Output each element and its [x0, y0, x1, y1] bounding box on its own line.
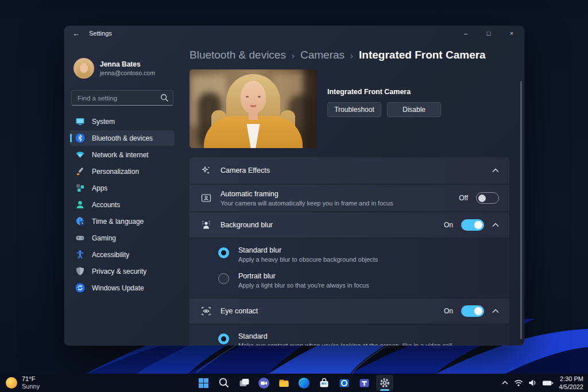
sun-icon	[6, 377, 17, 389]
windows-logo-icon	[198, 378, 209, 389]
store-button[interactable]	[316, 375, 333, 391]
search-button[interactable]	[215, 375, 233, 391]
sidebar-item-apps[interactable]: Apps	[70, 180, 175, 196]
sidebar-item-label: Gaming	[92, 234, 116, 242]
sidebar-item-label: Windows Update	[92, 284, 144, 292]
sidebar-item-network-internet[interactable]: Network & internet	[70, 147, 175, 162]
sidebar-item-system[interactable]: System	[70, 114, 175, 129]
minimize-button[interactable]: –	[454, 26, 477, 41]
troubleshoot-button[interactable]: Troubleshoot	[327, 102, 381, 117]
eye-contact-icon	[200, 306, 212, 316]
volume-icon[interactable]	[528, 379, 537, 387]
sidebar-item-accessibility[interactable]: Accessibility	[70, 247, 175, 262]
wifi-icon[interactable]	[514, 379, 523, 387]
breadcrumb-separator: ›	[345, 51, 359, 60]
background-blur-row[interactable]: Background blur On	[189, 212, 509, 238]
breadcrumb-bluetooth-devices[interactable]: Bluetooth & devices	[189, 49, 286, 61]
sidebar-item-label: Privacy & security	[92, 267, 146, 275]
device-name: Integrated Front Camera	[327, 88, 441, 96]
eye-contact-standard-radio[interactable]	[218, 333, 229, 344]
sidebar-item-windows-update[interactable]: Windows Update	[70, 280, 175, 296]
scrollbar[interactable]	[520, 81, 522, 339]
eye-contact-standard-title: Standard	[238, 332, 452, 340]
sidebar-item-label: Bluetooth & devices	[92, 134, 153, 142]
background-blur-state: On	[444, 221, 453, 229]
sidebar-item-label: Apps	[92, 184, 107, 192]
outlook-button[interactable]	[336, 375, 353, 391]
taskbar: 71°F Sunny	[0, 374, 588, 392]
task-view-button[interactable]	[235, 375, 253, 391]
standard-blur-option[interactable]: Standard blur Apply a heavy blur to obsc…	[189, 242, 509, 267]
bluetooth-icon	[75, 133, 85, 143]
personalization-icon	[75, 166, 85, 177]
sidebar-item-label: Time & language	[92, 218, 144, 226]
chat-button[interactable]	[256, 375, 273, 391]
eye-contact-row[interactable]: Eye contact On	[189, 298, 509, 324]
sidebar-item-accounts[interactable]: Accounts	[70, 197, 175, 212]
background-blur-title: Background blur	[220, 221, 273, 229]
accounts-icon	[75, 200, 85, 210]
sidebar: Jenna Bates jenna@contoso.com System	[64, 41, 179, 346]
eye-contact-state: On	[444, 307, 453, 315]
sidebar-item-privacy-security[interactable]: Privacy & security	[70, 263, 175, 279]
standard-blur-description: Apply a heavy blur to obscure background…	[238, 256, 378, 263]
settings-button[interactable]	[376, 375, 393, 391]
user-profile[interactable]: Jenna Bates jenna@contoso.com	[70, 45, 175, 89]
camera-effects-header[interactable]: Camera Effects	[189, 157, 509, 184]
portrait-blur-title: Portrait blur	[238, 272, 369, 280]
eye-contact-toggle[interactable]	[461, 305, 484, 317]
gear-icon	[378, 377, 391, 389]
close-button[interactable]: ×	[500, 26, 523, 41]
file-explorer-button[interactable]	[276, 375, 293, 391]
search-input[interactable]	[71, 90, 173, 106]
battery-icon[interactable]	[542, 379, 554, 387]
clock-time: 2:30 PM	[559, 375, 583, 383]
background-blur-toggle[interactable]	[461, 219, 484, 231]
weather-condition: Sunny	[22, 383, 40, 390]
automatic-framing-state: Off	[459, 194, 468, 202]
clock-date: 4/5/2022	[559, 383, 583, 391]
active-app-indicator	[380, 389, 389, 391]
gaming-icon	[75, 233, 85, 243]
chevron-up-icon[interactable]	[492, 309, 499, 313]
camera-effects-icon	[200, 165, 212, 176]
preview-person	[189, 69, 317, 148]
automatic-framing-title: Automatic framing	[220, 190, 393, 198]
taskbar-icons	[195, 375, 393, 391]
breadcrumb: Bluetooth & devices › Cameras › Integrat…	[189, 49, 509, 61]
portrait-blur-option[interactable]: Portrait blur Apply a light blur so that…	[189, 267, 509, 293]
standard-blur-title: Standard blur	[238, 246, 378, 254]
breadcrumb-cameras[interactable]: Cameras	[300, 49, 345, 61]
chevron-up-icon[interactable]	[492, 168, 499, 173]
breadcrumb-separator: ›	[286, 51, 300, 60]
maximize-button[interactable]: □	[477, 26, 500, 41]
standard-blur-radio[interactable]	[218, 247, 229, 258]
clock[interactable]: 2:30 PM 4/5/2022	[559, 375, 583, 391]
portrait-blur-radio[interactable]	[218, 273, 229, 284]
sidebar-item-bluetooth-devices[interactable]: Bluetooth & devices	[70, 130, 175, 146]
start-button[interactable]	[195, 375, 212, 391]
camera-effects-section: Camera Effects Automatic framing Your ca…	[189, 157, 509, 346]
file-explorer-icon	[278, 377, 290, 389]
portrait-blur-description: Apply a light blur so that you're always…	[238, 282, 369, 289]
chevron-up-icon[interactable]	[492, 223, 499, 227]
back-button[interactable]: ←	[72, 29, 80, 38]
sidebar-item-personalization[interactable]: Personalization	[70, 164, 175, 179]
sidebar-item-gaming[interactable]: Gaming	[70, 230, 175, 246]
titlebar: ← Settings – □ ×	[64, 26, 524, 41]
automatic-framing-toggle[interactable]	[476, 192, 499, 204]
automatic-framing-row[interactable]: Automatic framing Your camera will autom…	[189, 185, 509, 211]
sidebar-item-time-language[interactable]: Time & language	[70, 214, 175, 229]
edge-icon	[298, 377, 310, 389]
disable-button[interactable]: Disable	[387, 102, 441, 117]
chat-camera-icon	[258, 377, 270, 389]
tray-chevron-icon[interactable]	[501, 380, 509, 386]
user-email: jenna@contoso.com	[100, 69, 155, 76]
edge-button[interactable]	[296, 375, 313, 391]
time-language-icon	[75, 216, 85, 227]
eye-contact-standard-option[interactable]: Standard Make eye contact even when you'…	[189, 328, 509, 346]
page-title: Integrated Front Camera	[359, 49, 486, 61]
teams-button[interactable]	[356, 375, 373, 391]
sidebar-item-label: Personalization	[92, 168, 139, 176]
weather-widget[interactable]: 71°F Sunny	[6, 375, 40, 390]
